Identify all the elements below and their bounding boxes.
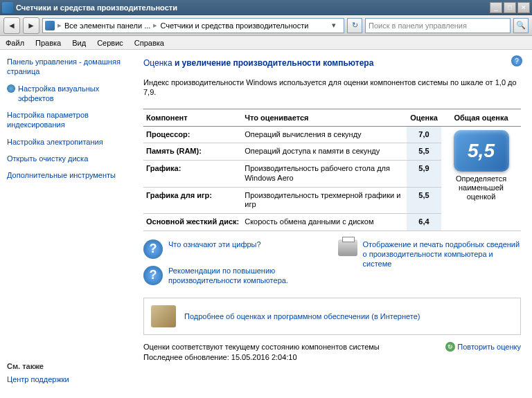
titlebar: Счетчики и средства производительности _… — [0, 0, 532, 15]
nav-back-button[interactable]: ◄ — [3, 17, 20, 34]
link-print-details[interactable]: Отображение и печать подробных сведений … — [363, 239, 522, 269]
question-icon: ? — [143, 266, 163, 285]
sidebar-support-center[interactable]: Центр поддержки — [7, 374, 132, 384]
search-placeholder: Поиск в панели управления — [369, 21, 467, 30]
breadcrumb-1[interactable]: Все элементы панели ... — [64, 21, 150, 30]
row-comp: Процессор: — [143, 126, 242, 143]
navbar: ◄ ► ▸ Все элементы панели ... ▸ Счетчики… — [0, 15, 532, 36]
sidebar-power[interactable]: Настройка электропитания — [7, 137, 128, 147]
sidebar-visual-effects[interactable]: Настройка визуальных эффектов — [18, 84, 128, 104]
row-what: Операций вычисления в секунду — [242, 126, 407, 143]
solutions-box: Подробнее об оценках и программном обесп… — [143, 298, 521, 335]
row-what: Производительность рабочего стола для Wi… — [242, 161, 407, 188]
menu-view[interactable]: Вид — [72, 39, 86, 47]
row-comp: Графика для игр: — [143, 187, 242, 214]
nav-refresh-button[interactable]: ↻ — [347, 18, 362, 33]
overall-label: Определяется наименьшей оценкой — [444, 174, 518, 202]
footer-updated: Последнее обновление: 15.05.2016 2:04:10 — [143, 352, 380, 362]
close-button[interactable]: ✕ — [517, 2, 530, 13]
menu-service[interactable]: Сервис — [97, 39, 123, 47]
printer-icon — [338, 239, 357, 256]
solutions-icon — [151, 305, 176, 327]
row-sub: 5,5 — [407, 143, 441, 161]
maximize-button[interactable]: □ — [504, 2, 516, 13]
menu-edit[interactable]: Правка — [35, 39, 61, 47]
search-button[interactable]: 🔍 — [513, 18, 529, 33]
sidebar-cleanup[interactable]: Открыть очистку диска — [7, 154, 128, 163]
row-sub: 5,9 — [407, 161, 441, 188]
row-what: Производительность трехмерной графики и … — [242, 187, 407, 214]
refresh-assessment-link[interactable]: ↻ Повторить оценку — [445, 342, 521, 352]
question-icon: ? — [143, 239, 163, 259]
th-sub: Оценка — [407, 109, 441, 126]
bullet-icon — [7, 84, 15, 93]
nav-forward-button[interactable]: ► — [23, 17, 39, 34]
th-overall: Общая оценка — [441, 109, 521, 126]
overall-score-badge: 5,5 — [454, 130, 509, 172]
search-input[interactable]: Поиск в панели управления — [365, 18, 511, 33]
sidebar-indexing[interactable]: Настройка параметров индексирования — [7, 110, 128, 130]
refresh-label: Повторить оценку — [457, 343, 521, 351]
menu-file[interactable]: Файл — [6, 39, 24, 47]
row-comp: Основной жесткий диск: — [143, 214, 242, 231]
app-icon — [2, 2, 13, 13]
see-also-header: См. также — [7, 362, 132, 370]
help-icon[interactable]: ? — [511, 55, 522, 66]
breadcrumb-2[interactable]: Счетчики и средства производительности — [160, 21, 308, 30]
row-sub: 7,0 — [407, 126, 441, 143]
score-table: Компонент Что оценивается Оценка Общая о… — [143, 109, 521, 231]
overall-cell: 5,5 Определяется наименьшей оценкой — [441, 126, 521, 230]
address-icon — [45, 21, 55, 30]
row-comp: Графика: — [143, 161, 242, 188]
main-panel: ? Оценка и увеличение производительности… — [135, 50, 532, 398]
th-component: Компонент — [143, 109, 242, 126]
table-row: Процессор: Операций вычисления в секунду… — [143, 126, 521, 143]
breadcrumb-sep: ▸ — [57, 21, 62, 30]
row-comp: Память (RAM): — [143, 143, 242, 161]
link-recommendations[interactable]: Рекомендации по повышению производительн… — [168, 266, 327, 286]
minimize-button[interactable]: _ — [490, 2, 502, 13]
row-what: Операций доступа к памяти в секунду — [242, 143, 407, 161]
sidebar-tools[interactable]: Дополнительные инструменты — [7, 170, 128, 180]
row-sub: 6,4 — [407, 214, 441, 231]
menu-help[interactable]: Справка — [134, 39, 164, 47]
sidebar: Панель управления - домашняя страница На… — [0, 50, 135, 398]
address-dropdown[interactable]: ▾ — [332, 21, 342, 30]
row-sub: 5,5 — [407, 187, 441, 214]
page-description: Индекс производительности Windows исполь… — [143, 78, 521, 98]
th-what: Что оценивается — [242, 109, 407, 126]
window-title: Счетчики и средства производительности — [16, 3, 490, 12]
address-bar[interactable]: ▸ Все элементы панели ... ▸ Счетчики и с… — [42, 18, 344, 33]
footer-status: Оценки соответствуют текущему состоянию … — [143, 342, 380, 352]
sidebar-home[interactable]: Панель управления - домашняя страница — [7, 57, 128, 77]
breadcrumb-sep: ▸ — [153, 21, 157, 30]
row-what: Скорость обмена данными с диском — [242, 214, 407, 231]
page-title: Оценка и увеличение производительности к… — [143, 58, 521, 68]
refresh-icon: ↻ — [445, 342, 455, 352]
menubar: Файл Правка Вид Сервис Справка — [0, 36, 532, 50]
link-solutions-online[interactable]: Подробнее об оценках и программном обесп… — [184, 311, 420, 321]
link-what-numbers[interactable]: Что означают эти цифры? — [168, 239, 261, 249]
